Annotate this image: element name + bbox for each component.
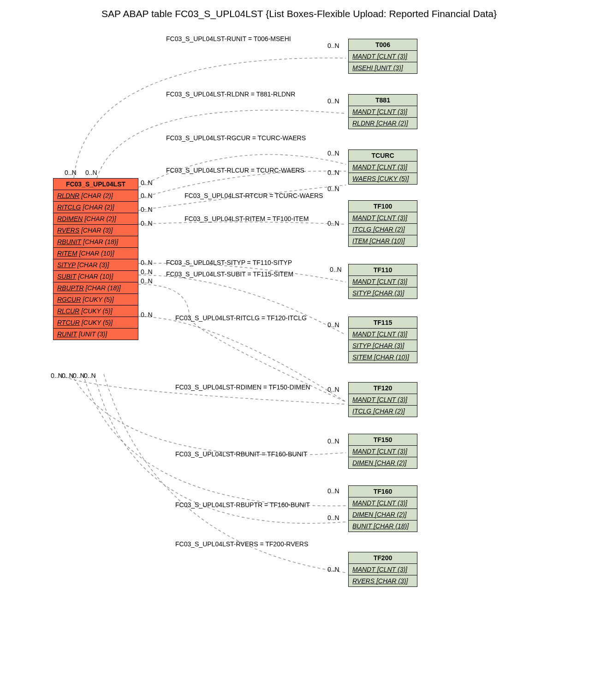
ref-table-t006: T006MANDT [CLNT (3)]MSEHI [UNIT (3)]	[348, 39, 417, 74]
edge-label: FC03_S_UPL04LST-SITYP = TF110-SITYP	[166, 259, 292, 266]
table-row: ITCLG [CHAR (2)]	[349, 406, 417, 417]
ref-table-t881: T881MANDT [CLNT (3)]RLDNR [CHAR (2)]	[348, 94, 417, 129]
table-row: MANDT [CLNT (3)]	[349, 276, 417, 287]
table-row: SITYP [CHAR (3)]	[54, 259, 138, 271]
cardinality-label: 0..N	[73, 372, 85, 379]
edge-label: FC03_S_UPL04LST-RTCUR = TCURC-WAERS	[184, 192, 323, 199]
ref-table-tf120: TF120MANDT [CLNT (3)]ITCLG [CHAR (2)]	[348, 382, 417, 417]
ref-table-tf150: TF150MANDT [CLNT (3)]DIMEN [CHAR (2)]	[348, 434, 417, 469]
cardinality-label: 0..N	[327, 97, 339, 105]
cardinality-label: 0..N	[141, 220, 153, 227]
cardinality-label: 0..N	[327, 321, 339, 329]
cardinality-label: 0..N	[327, 220, 339, 227]
table-row: BUNIT [CHAR (18)]	[349, 521, 417, 532]
ref-table-tf115: TF115MANDT [CLNT (3)]SITYP [CHAR (3)]SIT…	[348, 317, 417, 363]
edge-label: FC03_S_UPL04LST-RVERS = TF200-RVERS	[175, 540, 308, 548]
table-row: RUNIT [UNIT (3)]	[54, 329, 138, 340]
cardinality-label: 0..N	[141, 179, 153, 186]
cardinality-label: 0..N	[62, 372, 74, 379]
ref-table-tcurc: TCURCMANDT [CLNT (3)]WAERS [CUKY (5)]	[348, 150, 417, 185]
cardinality-label: 0..N	[327, 386, 339, 393]
table-row: RLCUR [CUKY (5)]	[54, 305, 138, 317]
ref-table-header: T881	[349, 95, 417, 106]
table-row: MSEHI [UNIT (3)]	[349, 62, 417, 73]
table-row: SITYP [CHAR (3)]	[349, 340, 417, 352]
ref-table-tf200: TF200MANDT [CLNT (3)]RVERS [CHAR (3)]	[348, 552, 417, 587]
cardinality-label: 0..N	[141, 206, 153, 213]
table-row: RVERS [CHAR (3)]	[54, 225, 138, 236]
main-table: FC03_S_UPL04LST RLDNR [CHAR (2)] RITCLG …	[53, 178, 138, 340]
cardinality-label: 0..N	[65, 169, 77, 176]
ref-table-header: TF110	[349, 264, 417, 276]
edge-label: FC03_S_UPL04LST-RGCUR = TCURC-WAERS	[166, 134, 306, 142]
cardinality-label: 0..N	[327, 169, 339, 176]
table-row: RLDNR [CHAR (2)]	[349, 118, 417, 129]
table-row: SUBIT [CHAR (10)]	[54, 271, 138, 282]
cardinality-label: 0..N	[141, 311, 153, 318]
table-row: DIMEN [CHAR (2)]	[349, 509, 417, 521]
cardinality-label: 0..N	[141, 259, 153, 266]
table-row: SITEM [CHAR (10)]	[349, 352, 417, 363]
table-row: RITCLG [CHAR (2)]	[54, 202, 138, 213]
table-row: ITCLG [CHAR (2)]	[349, 224, 417, 235]
main-table-header: FC03_S_UPL04LST	[54, 179, 138, 190]
cardinality-label: 0..N	[330, 266, 342, 273]
table-row: RBUNIT [CHAR (18)]	[54, 236, 138, 248]
table-row: ITEM [CHAR (10)]	[349, 235, 417, 246]
table-row: MANDT [CLNT (3)]	[349, 329, 417, 340]
edge-label: FC03_S_UPL04LST-RLCUR = TCURC-WAERS	[166, 167, 304, 174]
cardinality-label: 0..N	[327, 566, 339, 573]
ref-table-tf100: TF100MANDT [CLNT (3)]ITCLG [CHAR (2)]ITE…	[348, 200, 417, 247]
diagram-canvas: FC03_S_UPL04LST RLDNR [CHAR (2)] RITCLG …	[5, 26, 584, 700]
table-row: MANDT [CLNT (3)]	[349, 446, 417, 457]
table-row: MANDT [CLNT (3)]	[349, 497, 417, 509]
cardinality-label: 0..N	[327, 185, 339, 192]
ref-table-header: TF120	[349, 383, 417, 394]
edge-label: FC03_S_UPL04LST-RLDNR = T881-RLDNR	[166, 90, 295, 98]
table-row: RBUPTR [CHAR (18)]	[54, 282, 138, 294]
ref-table-header: T006	[349, 39, 417, 51]
table-row: RVERS [CHAR (3)]	[349, 575, 417, 586]
table-row: MANDT [CLNT (3)]	[349, 162, 417, 173]
edge-label: FC03_S_UPL04LST-RBUPTR = TF160-BUNIT	[175, 501, 310, 509]
table-row: SITYP [CHAR (3)]	[349, 287, 417, 299]
table-row: MANDT [CLNT (3)]	[349, 394, 417, 406]
edge-label: FC03_S_UPL04LST-RITEM = TF100-ITEM	[184, 215, 309, 222]
relationship-edges	[5, 26, 584, 700]
edge-label: FC03_S_UPL04LST-RUNIT = T006-MSEHI	[166, 35, 291, 42]
cardinality-label: 0..N	[51, 372, 63, 379]
ref-table-header: TF115	[349, 317, 417, 329]
table-row: MANDT [CLNT (3)]	[349, 212, 417, 224]
table-row: WAERS [CUKY (5)]	[349, 173, 417, 184]
cardinality-label: 0..N	[327, 514, 339, 521]
table-row: RTCUR [CUKY (5)]	[54, 317, 138, 329]
cardinality-label: 0..N	[84, 372, 96, 379]
cardinality-label: 0..N	[327, 150, 339, 157]
cardinality-label: 0..N	[327, 487, 339, 495]
table-row: RITEM [CHAR (10)]	[54, 248, 138, 259]
cardinality-label: 0..N	[141, 192, 153, 199]
ref-table-header: TF100	[349, 201, 417, 212]
page-title: SAP ABAP table FC03_S_UPL04LST {List Box…	[5, 8, 589, 19]
ref-table-header: TF150	[349, 434, 417, 446]
table-row: DIMEN [CHAR (2)]	[349, 457, 417, 468]
edge-label: FC03_S_UPL04LST-RDIMEN = TF150-DIMEN	[175, 383, 310, 391]
table-row: RDIMEN [CHAR (2)]	[54, 213, 138, 225]
table-row: MANDT [CLNT (3)]	[349, 564, 417, 575]
ref-table-header: TF200	[349, 552, 417, 564]
cardinality-label: 0..N	[141, 277, 153, 285]
table-row: RLDNR [CHAR (2)]	[54, 190, 138, 202]
cardinality-label: 0..N	[327, 437, 339, 445]
edge-label: FC03_S_UPL04LST-RITCLG = TF120-ITCLG	[175, 314, 307, 322]
table-row: MANDT [CLNT (3)]	[349, 106, 417, 118]
ref-table-tf160: TF160MANDT [CLNT (3)]DIMEN [CHAR (2)]BUN…	[348, 485, 417, 532]
ref-table-header: TCURC	[349, 150, 417, 162]
edge-label: FC03_S_UPL04LST-RBUNIT = TF160-BUNIT	[175, 450, 307, 458]
table-row: MANDT [CLNT (3)]	[349, 51, 417, 62]
ref-table-tf110: TF110MANDT [CLNT (3)]SITYP [CHAR (3)]	[348, 264, 417, 299]
cardinality-label: 0..N	[141, 268, 153, 275]
cardinality-label: 0..N	[327, 42, 339, 49]
cardinality-label: 0..N	[85, 169, 97, 176]
edge-label: FC03_S_UPL04LST-SUBIT = TF115-SITEM	[166, 270, 293, 278]
ref-table-header: TF160	[349, 486, 417, 497]
